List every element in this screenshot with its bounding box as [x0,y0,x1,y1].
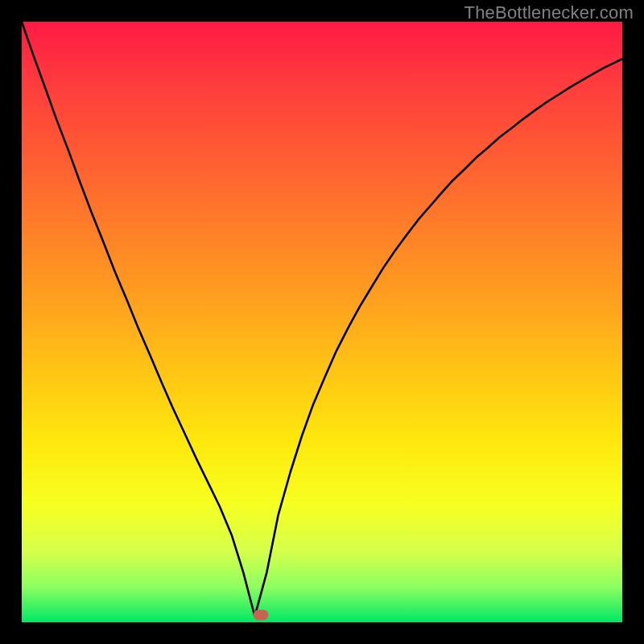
curve-svg [22,22,622,622]
chart-frame: TheBottlenecker.com [0,0,644,644]
plot-area [22,22,622,622]
min-marker [253,610,268,621]
watermark-label: TheBottlenecker.com [464,2,634,23]
